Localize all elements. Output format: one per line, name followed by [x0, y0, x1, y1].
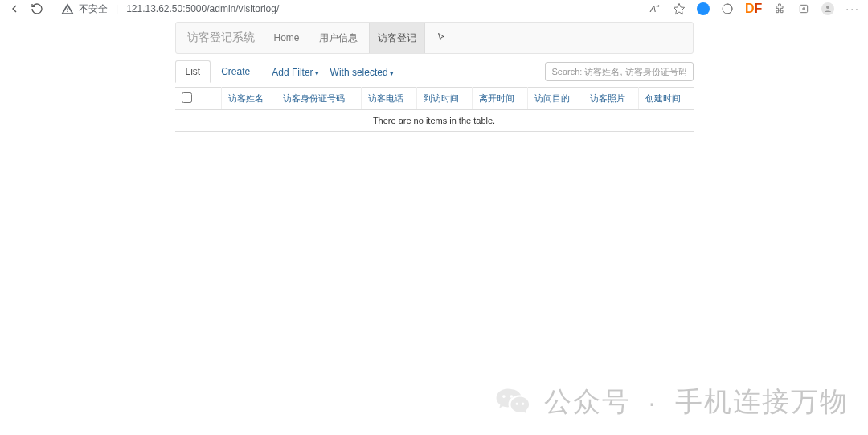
- watermark-dot: ·: [649, 387, 657, 418]
- reload-icon[interactable]: [31, 2, 43, 15]
- collections-icon[interactable]: [797, 2, 810, 15]
- svg-point-5: [826, 6, 829, 9]
- nav-home[interactable]: Home: [266, 23, 308, 53]
- chat-icon[interactable]: [697, 2, 710, 15]
- shield-icon[interactable]: [721, 2, 734, 15]
- browser-address-bar: 不安全 | 121.13.62.50:5000/admin/visitorlog…: [0, 0, 868, 18]
- insecure-warning-icon: [61, 2, 74, 15]
- star-icon[interactable]: [673, 2, 686, 15]
- watermark-prefix: 公众号: [544, 384, 631, 421]
- more-menu-icon[interactable]: ···: [845, 2, 860, 15]
- wechat-icon: [494, 384, 531, 421]
- col-photo[interactable]: 访客照片: [583, 88, 638, 110]
- col-visitor-idcard[interactable]: 访客身份证号码: [276, 88, 362, 110]
- df-logo: DF: [745, 2, 762, 16]
- app-brand: 访客登记系统: [187, 31, 255, 45]
- nav-visitor-log[interactable]: 访客登记: [369, 23, 425, 53]
- text-size-icon[interactable]: A»: [649, 2, 661, 15]
- extensions-icon[interactable]: [773, 2, 786, 15]
- list-toolbar: List Create Add Filter▾ With selected▾: [175, 60, 694, 83]
- cursor-pointer-icon: [436, 32, 446, 44]
- col-purpose[interactable]: 访问目的: [527, 88, 583, 110]
- tab-create[interactable]: Create: [211, 60, 260, 83]
- visitor-table: 访客姓名 访客身份证号码 访客电话 到访时间 离开时间 访问目的 访客照片 创建…: [175, 87, 694, 132]
- app-navbar: 访客登记系统 Home 用户信息 访客登记: [175, 22, 694, 54]
- url-separator: |: [116, 3, 118, 14]
- tab-list[interactable]: List: [175, 60, 211, 83]
- svg-marker-0: [674, 3, 684, 14]
- watermark: 公众号 · 手机连接万物: [494, 384, 849, 421]
- nav-user-info[interactable]: 用户信息: [311, 23, 366, 53]
- watermark-suffix: 手机连接万物: [675, 384, 849, 421]
- table-empty-row: There are no items in the table.: [175, 110, 694, 132]
- col-leave-time[interactable]: 离开时间: [473, 88, 528, 110]
- table-empty-text: There are no items in the table.: [175, 110, 694, 132]
- back-icon[interactable]: [8, 2, 21, 15]
- with-selected-dropdown[interactable]: With selected▾: [330, 67, 394, 78]
- search-input[interactable]: [545, 62, 694, 81]
- col-arrive-time[interactable]: 到访时间: [417, 88, 473, 110]
- select-all-checkbox[interactable]: [182, 92, 192, 103]
- url-text[interactable]: 121.13.62.50:5000/admin/visitorlog/: [126, 3, 279, 14]
- col-visitor-phone[interactable]: 访客电话: [362, 88, 417, 110]
- insecure-label: 不安全: [79, 2, 108, 16]
- profile-avatar-icon[interactable]: [821, 2, 834, 15]
- col-created-at[interactable]: 创建时间: [638, 88, 693, 110]
- col-visitor-name[interactable]: 访客姓名: [221, 88, 276, 110]
- add-filter-dropdown[interactable]: Add Filter▾: [272, 67, 318, 78]
